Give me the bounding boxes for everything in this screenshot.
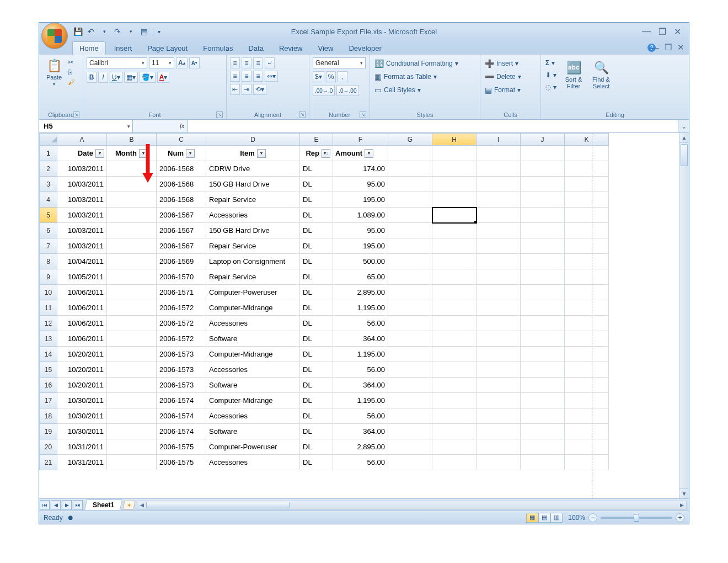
cell-C14[interactable]: 2006-1573: [157, 347, 206, 362]
cell-B2[interactable]: [107, 161, 157, 177]
cell-B4[interactable]: [107, 192, 157, 208]
cell-I2[interactable]: [477, 161, 521, 177]
cell-J6[interactable]: [521, 223, 565, 238]
col-header-K[interactable]: K: [565, 134, 609, 146]
cell-G18[interactable]: [388, 408, 432, 424]
cell-J5[interactable]: [521, 208, 565, 223]
cell-F11[interactable]: 1,195.00: [333, 300, 388, 316]
cell-C11[interactable]: 2006-1572: [157, 300, 206, 316]
format-as-table-button[interactable]: ▦Format as Table ▾: [373, 72, 438, 82]
zoom-out-icon[interactable]: −: [588, 513, 597, 522]
cell-B16[interactable]: [107, 378, 157, 393]
cell-A8[interactable]: 10/04/2011: [57, 254, 107, 269]
cell-C19[interactable]: 2006-1574: [157, 424, 206, 439]
cell-B19[interactable]: [107, 424, 157, 439]
cell-K12[interactable]: [565, 316, 609, 331]
minimize-icon[interactable]: —: [642, 26, 651, 37]
cell-C10[interactable]: 2006-1571: [157, 285, 206, 300]
row-header-13[interactable]: 13: [40, 331, 57, 347]
fill-color-button[interactable]: 🪣 ▾: [140, 72, 156, 83]
align-top-icon[interactable]: ≡: [230, 57, 240, 68]
col-header-E[interactable]: E: [300, 134, 333, 146]
cell-C13[interactable]: 2006-1572: [157, 331, 206, 347]
cell-K1[interactable]: [565, 146, 609, 161]
filter-button-date[interactable]: ▾: [95, 149, 104, 158]
number-format-combo[interactable]: General▾: [313, 57, 366, 68]
cell-B14[interactable]: [107, 347, 157, 362]
cell-F15[interactable]: 56.00: [333, 362, 388, 378]
cell-H10[interactable]: [432, 285, 477, 300]
cell-D17[interactable]: Computer-Midrange: [206, 393, 300, 408]
clear-button[interactable]: ◌ ▾: [544, 83, 558, 92]
cell-E21[interactable]: DL: [300, 455, 333, 470]
cell-F6[interactable]: 95.00: [333, 223, 388, 238]
cell-H17[interactable]: [432, 393, 477, 408]
cell-F17[interactable]: 1,195.00: [333, 393, 388, 408]
zoom-level[interactable]: 100%: [568, 514, 585, 522]
cell-E8[interactable]: DL: [300, 254, 333, 269]
cell-A7[interactable]: 10/03/2011: [57, 238, 107, 254]
alignment-dialog-icon[interactable]: ↘: [299, 111, 306, 118]
row-header-12[interactable]: 12: [40, 316, 57, 331]
cell-D6[interactable]: 150 GB Hard Drive: [206, 223, 300, 238]
cell-J1[interactable]: [521, 146, 565, 161]
cell-C2[interactable]: 2006-1568: [157, 161, 206, 177]
cell-A2[interactable]: 10/03/2011: [57, 161, 107, 177]
cell-H4[interactable]: [432, 192, 477, 208]
formula-input[interactable]: [188, 120, 678, 132]
cell-I10[interactable]: [477, 285, 521, 300]
cell-E11[interactable]: DL: [300, 300, 333, 316]
vscroll-thumb[interactable]: [681, 144, 688, 166]
cell-G15[interactable]: [388, 362, 432, 378]
cell-B9[interactable]: [107, 269, 157, 285]
cell-H21[interactable]: [432, 455, 477, 470]
cell-E15[interactable]: DL: [300, 362, 333, 378]
align-center-icon[interactable]: ≡: [242, 71, 251, 82]
cell-K16[interactable]: [565, 378, 609, 393]
filter-button-month[interactable]: ▾: [139, 149, 148, 158]
row-header-9[interactable]: 9: [40, 269, 57, 285]
cell-F8[interactable]: 500.00: [333, 254, 388, 269]
cell-H13[interactable]: [432, 331, 477, 347]
cell-F2[interactable]: 174.00: [333, 161, 388, 177]
cell-G3[interactable]: [388, 177, 432, 192]
macro-record-icon[interactable]: ⏺: [67, 514, 74, 522]
filter-button-rep[interactable]: ▾↕: [322, 149, 330, 158]
office-button[interactable]: [41, 23, 68, 49]
tab-insert[interactable]: Insert: [107, 41, 140, 55]
row-header-2[interactable]: 2: [40, 161, 57, 177]
cell-D18[interactable]: Accessories: [206, 408, 300, 424]
cell-A20[interactable]: 10/31/2011: [57, 439, 107, 455]
tab-formulas[interactable]: Formulas: [196, 41, 240, 55]
cell-A17[interactable]: 10/30/2011: [57, 393, 107, 408]
row-header-10[interactable]: 10: [40, 285, 57, 300]
cell-K2[interactable]: [565, 161, 609, 177]
cell-D8[interactable]: Laptop on Consignment: [206, 254, 300, 269]
mdi-close-icon[interactable]: ✕: [677, 43, 684, 52]
align-middle-icon[interactable]: ≡: [242, 57, 251, 68]
vertical-scrollbar[interactable]: ▲ ▼: [679, 133, 689, 498]
cell-F19[interactable]: 364.00: [333, 424, 388, 439]
align-bottom-icon[interactable]: ≡: [253, 57, 263, 68]
cell-A4[interactable]: 10/03/2011: [57, 192, 107, 208]
cell-I9[interactable]: [477, 269, 521, 285]
cell-D5[interactable]: Accessories: [206, 208, 300, 223]
cell-H15[interactable]: [432, 362, 477, 378]
cell-J18[interactable]: [521, 408, 565, 424]
cell-F20[interactable]: 2,895.00: [333, 439, 388, 455]
tab-data[interactable]: Data: [241, 41, 270, 55]
cell-K20[interactable]: [565, 439, 609, 455]
cell-G21[interactable]: [388, 455, 432, 470]
font-name-combo[interactable]: Calibri▾: [87, 57, 147, 68]
cell-G10[interactable]: [388, 285, 432, 300]
cell-E12[interactable]: DL: [300, 316, 333, 331]
cell-D3[interactable]: 150 GB Hard Drive: [206, 177, 300, 192]
cell-G12[interactable]: [388, 316, 432, 331]
header-cell-item[interactable]: Item▾: [206, 146, 300, 161]
col-header-B[interactable]: B: [107, 134, 157, 146]
cell-K4[interactable]: [565, 192, 609, 208]
align-left-icon[interactable]: ≡: [230, 71, 240, 82]
cell-B11[interactable]: [107, 300, 157, 316]
cell-C9[interactable]: 2006-1570: [157, 269, 206, 285]
undo-dropdown-icon[interactable]: ▾: [100, 27, 109, 36]
